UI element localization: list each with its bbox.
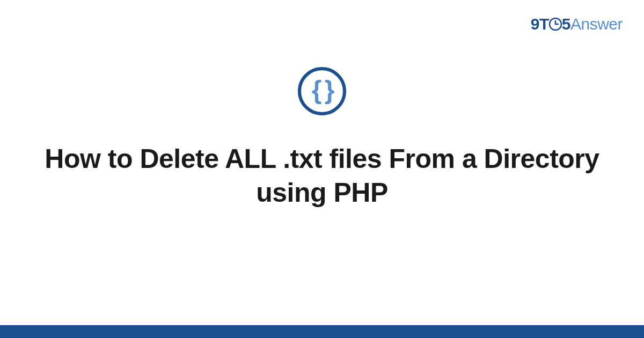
code-braces-glyph: { } [312,77,333,103]
footer-bar [0,325,644,338]
site-logo: 9T5Answer [531,15,623,33]
main-content: { } How to Delete ALL .txt files From a … [0,67,644,209]
logo-text-5: 5 [562,15,570,33]
logo-text-9t: 9T [531,15,549,33]
code-braces-icon: { } [298,67,346,115]
page-title: How to Delete ALL .txt files From a Dire… [40,142,604,209]
clock-icon [548,17,562,31]
logo-text-answer: Answer [570,15,623,33]
